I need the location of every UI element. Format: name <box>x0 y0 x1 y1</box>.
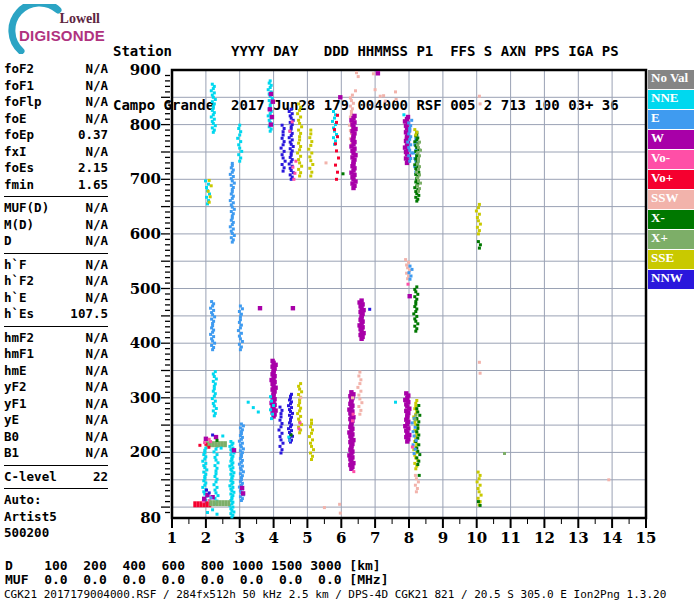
param-row-d: DN/A <box>4 233 108 250</box>
param-label: foEp <box>4 127 34 144</box>
param-row-yf1: yF1N/A <box>4 396 108 413</box>
panel-divider <box>4 253 108 254</box>
svg-text:500: 500 <box>130 280 161 298</box>
legend-item-sse: SSE <box>648 250 694 269</box>
svg-text:600: 600 <box>130 225 161 243</box>
svg-text:4: 4 <box>268 529 278 547</box>
param-label: foF1 <box>4 78 34 95</box>
param-label: D <box>4 233 12 250</box>
legend-item-vo: Vo- <box>648 150 694 169</box>
param-row-hes: h`Es107.5 <box>4 306 108 323</box>
ionogram-plot: 1234567891011121314159008007006005004003… <box>104 50 664 555</box>
param-label: MUF(D) <box>4 200 49 217</box>
svg-text:10: 10 <box>466 529 487 547</box>
panel-divider <box>4 488 108 489</box>
param-label: hmE <box>4 363 27 380</box>
param-row-mufd: MUF(D)N/A <box>4 200 108 217</box>
digisonde-logo: Lowell DIGISONDE <box>4 4 114 54</box>
legend-item-noval: No Val <box>648 70 694 89</box>
param-row-foflp: foFlpN/A <box>4 94 108 111</box>
legend-item-x: X+ <box>648 230 694 249</box>
param-row-500200: 500200 <box>4 525 108 542</box>
param-label: h`F <box>4 257 27 274</box>
logo-arc-icon: Lowell DIGISONDE <box>4 4 114 54</box>
param-row-hmf2: hmF2N/A <box>4 330 108 347</box>
param-row-hf: h`FN/A <box>4 257 108 274</box>
svg-text:900: 900 <box>130 61 161 79</box>
param-row-fxi: fxIN/A <box>4 144 108 161</box>
svg-text:1: 1 <box>167 529 177 547</box>
param-row-hf2: h`F2N/A <box>4 273 108 290</box>
panel-divider <box>4 326 108 327</box>
param-row-ye: yEN/A <box>4 412 108 429</box>
param-label: yF2 <box>4 379 27 396</box>
svg-text:8: 8 <box>404 529 414 547</box>
param-row-clevel: C-level22 <box>4 469 108 486</box>
logo-lowell-text: Lowell <box>60 11 101 26</box>
param-label: foF2 <box>4 61 34 78</box>
param-row-b0: B0N/A <box>4 429 108 446</box>
svg-text:400: 400 <box>130 334 161 352</box>
param-value: 107.5 <box>70 306 108 323</box>
legend-item-nnw: NNW <box>648 270 694 289</box>
param-row-md: M(D)N/A <box>4 217 108 234</box>
param-label: fxI <box>4 144 27 161</box>
param-row-auto: Auto: <box>4 492 108 509</box>
param-label: hmF1 <box>4 346 34 363</box>
legend-item-w: W <box>648 130 694 149</box>
svg-text:800: 800 <box>130 116 161 134</box>
param-row-fmin: fmin1.65 <box>4 177 108 194</box>
svg-text:2: 2 <box>201 529 211 547</box>
param-label: h`E <box>4 290 27 307</box>
param-label: Auto: <box>4 492 42 509</box>
param-row-foe: foEN/A <box>4 111 108 128</box>
svg-text:15: 15 <box>636 529 657 547</box>
svg-text:5: 5 <box>302 529 312 547</box>
param-label: h`F2 <box>4 273 34 290</box>
param-row-foep: foEp0.37 <box>4 127 108 144</box>
param-row-hmf1: hmF1N/A <box>4 346 108 363</box>
data-points <box>193 71 610 518</box>
panel-divider <box>4 465 108 466</box>
panel-divider <box>4 196 108 197</box>
legend-item-ssw: SSW <box>648 190 694 209</box>
param-label: hmF2 <box>4 330 34 347</box>
parameter-panel: foF2N/AfoF1N/AfoFlpN/AfoEN/AfoEp0.37fxIN… <box>4 61 108 542</box>
svg-text:3: 3 <box>234 529 244 547</box>
param-label: C-level <box>4 469 57 486</box>
param-label: fmin <box>4 177 34 194</box>
svg-text:13: 13 <box>568 529 589 547</box>
param-label: foFlp <box>4 94 42 111</box>
svg-text:11: 11 <box>500 529 521 547</box>
param-label: yF1 <box>4 396 27 413</box>
legend-item-vo: Vo+ <box>648 170 694 189</box>
svg-text:12: 12 <box>534 529 555 547</box>
svg-text:200: 200 <box>130 443 161 461</box>
param-row-fof1: foF1N/A <box>4 78 108 95</box>
param-row-b1: B1N/A <box>4 445 108 462</box>
param-label: foE <box>4 111 27 128</box>
param-label: B1 <box>4 445 19 462</box>
svg-text:14: 14 <box>602 529 623 547</box>
param-label: yE <box>4 412 19 429</box>
svg-text:700: 700 <box>130 170 161 188</box>
param-label: Artist5 <box>4 509 57 526</box>
param-label: 500200 <box>4 525 49 542</box>
svg-text:9: 9 <box>438 529 448 547</box>
param-label: B0 <box>4 429 19 446</box>
d-values-row: D 100 200 400 600 800 1000 1500 3000 [km… <box>5 558 381 573</box>
legend-item-x: X- <box>648 210 694 229</box>
svg-text:7: 7 <box>370 529 380 547</box>
param-label: h`Es <box>4 306 34 323</box>
param-row-he: h`EN/A <box>4 290 108 307</box>
param-label: foEs <box>4 160 34 177</box>
legend-item-e: E <box>648 110 694 129</box>
direction-legend: No ValNNEEWVo-Vo+SSWX-X+SSENNW <box>648 70 694 290</box>
svg-text:80: 80 <box>140 509 161 527</box>
svg-text:300: 300 <box>130 389 161 407</box>
muf-values-row: MUF 0.0 0.0 0.0 0.0 0.0 0.0 0.0 0.0 [MHz… <box>5 572 389 587</box>
legend-item-nne: NNE <box>648 90 694 109</box>
status-line: CGK21_2017179004000.RSF / 284fx512h 50 k… <box>4 588 666 600</box>
param-row-foes: foEs2.15 <box>4 160 108 177</box>
ionogram-screen: Lowell DIGISONDE Station YYYY DAY DDD HH… <box>0 0 700 600</box>
